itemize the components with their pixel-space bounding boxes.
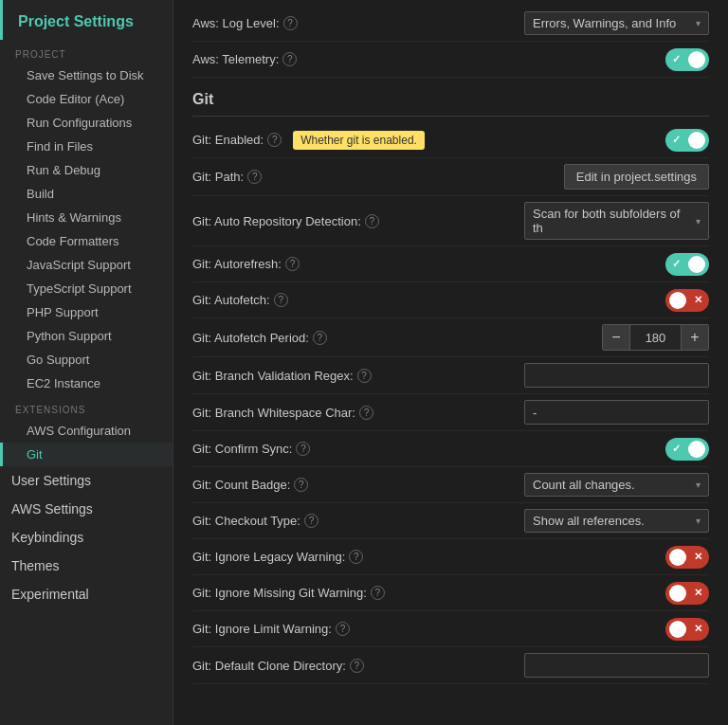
sidebar-item-code-formatters[interactable]: Code Formatters xyxy=(0,229,173,253)
sidebar: Project Settings PROJECT Save Settings t… xyxy=(0,0,173,725)
git-confirm-sync-help-icon[interactable]: ? xyxy=(296,442,310,456)
git-branch-whitespace-input[interactable] xyxy=(524,400,709,425)
toggle-knob xyxy=(688,132,705,149)
sidebar-item-php-support[interactable]: PHP Support xyxy=(0,300,173,324)
git-auto-repo-help-icon[interactable]: ? xyxy=(365,214,379,228)
toggle-knob xyxy=(688,256,705,273)
git-enabled-row: Git: Enabled: ? Whether git is enabled. … xyxy=(192,122,709,158)
git-auto-repo-row: Git: Auto Repository Detection: ? Scan f… xyxy=(192,196,709,246)
git-branch-regex-row: Git: Branch Validation Regex: ? xyxy=(192,357,709,394)
git-autofetch-control: ✕ xyxy=(519,289,709,312)
git-path-row: Git: Path: ? Edit in project.settings xyxy=(192,158,709,196)
git-checkout-type-dropdown[interactable]: Show all references. ▾ xyxy=(524,509,709,533)
sidebar-item-aws-configuration[interactable]: AWS Configuration xyxy=(0,419,173,443)
git-ignore-missing-help-icon[interactable]: ? xyxy=(371,586,385,600)
git-ignore-missing-label: Git: Ignore Missing Git Warning: ? xyxy=(192,586,519,600)
git-enabled-help-icon[interactable]: ? xyxy=(267,133,282,147)
aws-log-level-dropdown[interactable]: Errors, Warnings, and Info ▾ xyxy=(524,11,709,35)
git-count-badge-help-icon[interactable]: ? xyxy=(294,478,308,492)
git-enabled-tooltip: Whether git is enabled. xyxy=(293,131,425,150)
git-autofetch-toggle[interactable]: ✕ xyxy=(665,289,709,312)
sidebar-item-code-editor[interactable]: Code Editor (Ace) xyxy=(0,87,173,111)
git-autofetch-period-label: Git: Autofetch Period: ? xyxy=(192,331,519,345)
git-auto-repo-dropdown[interactable]: Scan for both subfolders of th ▾ xyxy=(524,202,709,240)
git-path-label: Git: Path: ? xyxy=(192,170,519,184)
sidebar-item-run-configurations[interactable]: Run Configurations xyxy=(0,111,173,135)
git-ignore-missing-control: ✕ xyxy=(519,582,709,605)
sidebar-item-javascript-support[interactable]: JavaScript Support xyxy=(0,253,173,277)
autofetch-period-decrement-button[interactable]: − xyxy=(603,325,629,350)
toggle-x-icon: ✕ xyxy=(694,294,702,306)
git-branch-regex-input[interactable] xyxy=(524,363,709,388)
sidebar-item-typescript-support[interactable]: TypeScript Support xyxy=(0,277,173,300)
edit-in-project-settings-button[interactable]: Edit in project.settings xyxy=(564,164,709,190)
git-autofetch-help-icon[interactable]: ? xyxy=(274,293,288,307)
git-branch-regex-help-icon[interactable]: ? xyxy=(357,369,372,383)
git-checkout-type-label: Git: Checkout Type: ? xyxy=(192,514,519,528)
git-count-badge-dropdown-arrow: ▾ xyxy=(696,480,701,490)
toggle-x-icon: ✕ xyxy=(694,623,702,635)
sidebar-item-save-settings[interactable]: Save Settings to Disk xyxy=(0,63,173,87)
git-count-badge-dropdown[interactable]: Count all changes. ▾ xyxy=(524,473,709,497)
git-ignore-legacy-help-icon[interactable]: ? xyxy=(349,550,363,564)
git-confirm-sync-label: Git: Confirm Sync: ? xyxy=(192,442,519,456)
git-path-help-icon[interactable]: ? xyxy=(247,170,262,184)
autofetch-period-input[interactable] xyxy=(629,325,682,350)
git-enabled-toggle[interactable]: ✓ xyxy=(665,129,709,152)
git-ignore-legacy-toggle[interactable]: ✕ xyxy=(665,546,709,569)
sidebar-item-python-support[interactable]: Python Support xyxy=(0,324,173,348)
aws-log-level-help-icon[interactable]: ? xyxy=(283,16,298,30)
git-autorefresh-toggle[interactable]: ✓ xyxy=(665,253,709,276)
git-default-clone-help-icon[interactable]: ? xyxy=(350,659,364,673)
git-default-clone-label: Git: Default Clone Directory: ? xyxy=(192,659,519,673)
sidebar-item-themes[interactable]: Themes xyxy=(0,552,173,580)
sidebar-item-ec2-instance[interactable]: EC2 Instance xyxy=(0,372,173,395)
git-autorefresh-row: Git: Autorefresh: ? ✓ xyxy=(192,246,709,282)
sidebar-item-user-settings[interactable]: User Settings xyxy=(0,466,173,495)
git-ignore-missing-toggle[interactable]: ✕ xyxy=(665,582,709,605)
git-branch-whitespace-control xyxy=(519,400,709,425)
sidebar-item-git[interactable]: Git xyxy=(0,443,173,466)
sidebar-item-aws-settings[interactable]: AWS Settings xyxy=(0,495,173,523)
sidebar-item-find-in-files[interactable]: Find in Files xyxy=(0,135,173,158)
git-branch-whitespace-label: Git: Branch Whitespace Char: ? xyxy=(192,406,519,420)
git-default-clone-input[interactable] xyxy=(524,653,709,678)
toggle-knob xyxy=(669,585,686,602)
sidebar-item-build[interactable]: Build xyxy=(0,182,173,206)
aws-telemetry-control: ✓ xyxy=(519,48,709,71)
git-autofetch-period-help-icon[interactable]: ? xyxy=(313,331,327,345)
git-ignore-missing-row: Git: Ignore Missing Git Warning: ? ✕ xyxy=(192,575,709,611)
sidebar-item-go-support[interactable]: Go Support xyxy=(0,348,173,372)
sidebar-item-hints-warnings[interactable]: Hints & Warnings xyxy=(0,206,173,229)
main-content: Aws: Log Level: ? Errors, Warnings, and … xyxy=(173,0,728,725)
git-confirm-sync-toggle[interactable]: ✓ xyxy=(665,438,709,461)
sidebar-title: Project Settings xyxy=(0,0,173,40)
git-branch-regex-label: Git: Branch Validation Regex: ? xyxy=(192,369,519,383)
git-count-badge-row: Git: Count Badge: ? Count all changes. ▾ xyxy=(192,467,709,503)
sidebar-item-run-debug[interactable]: Run & Debug xyxy=(0,158,173,182)
aws-log-level-label: Aws: Log Level: ? xyxy=(192,16,519,30)
toggle-knob xyxy=(688,51,705,68)
git-checkout-type-help-icon[interactable]: ? xyxy=(304,514,318,528)
toggle-check-icon: ✓ xyxy=(672,134,681,146)
git-path-control: Edit in project.settings xyxy=(519,164,709,190)
sidebar-item-experimental[interactable]: Experimental xyxy=(0,580,173,608)
toggle-check-icon: ✓ xyxy=(672,258,681,270)
git-ignore-legacy-row: Git: Ignore Legacy Warning: ? ✕ xyxy=(192,539,709,575)
git-ignore-limit-toggle[interactable]: ✕ xyxy=(665,618,709,641)
git-auto-repo-dropdown-arrow: ▾ xyxy=(696,216,701,227)
git-autorefresh-control: ✓ xyxy=(519,253,709,276)
aws-telemetry-toggle[interactable]: ✓ xyxy=(665,48,709,71)
toggle-knob xyxy=(669,549,686,566)
aws-log-level-row: Aws: Log Level: ? Errors, Warnings, and … xyxy=(192,6,709,42)
git-autofetch-period-stepper: − + xyxy=(602,324,709,351)
sidebar-item-keybindings[interactable]: Keybindings xyxy=(0,523,173,552)
aws-telemetry-help-icon[interactable]: ? xyxy=(282,52,297,66)
git-branch-whitespace-help-icon[interactable]: ? xyxy=(359,406,373,420)
git-autorefresh-help-icon[interactable]: ? xyxy=(285,257,300,271)
git-section-header: Git xyxy=(192,78,709,117)
git-auto-repo-label: Git: Auto Repository Detection: ? xyxy=(192,214,519,228)
git-ignore-limit-help-icon[interactable]: ? xyxy=(336,622,350,636)
autofetch-period-increment-button[interactable]: + xyxy=(682,325,708,350)
git-enabled-label: Git: Enabled: ? Whether git is enabled. xyxy=(192,131,519,150)
